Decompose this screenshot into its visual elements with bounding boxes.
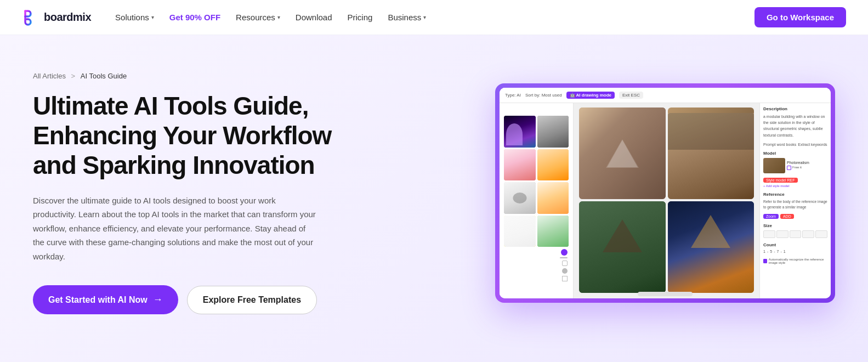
size-input-4[interactable]: [802, 230, 814, 238]
boardmix-logo-icon: [22, 9, 39, 26]
zoom-section: Zoom ADD: [763, 214, 827, 219]
gallery-item[interactable]: [537, 216, 569, 247]
description-value: a modular building with a window on the …: [763, 114, 827, 138]
count-spacer: -: [767, 250, 768, 253]
reference-label: Reference: [763, 192, 827, 197]
mockup-settings-panel: Description a modular building with a wi…: [759, 88, 831, 298]
ai-drawing-mode-badge: 🤖 AI drawing mode: [566, 92, 615, 99]
page-description: Discover the ultimate guide to AI tools …: [33, 194, 318, 264]
count-spacer2: -: [774, 250, 775, 253]
nav-left: boardmix Solutions ▾ Get 90% OFF Resourc…: [22, 8, 433, 26]
count-5[interactable]: 5: [770, 250, 772, 253]
auto-rec-checkbox[interactable]: [763, 259, 767, 263]
explore-templates-button[interactable]: Explore Free Templates: [187, 286, 317, 314]
side-tools: [504, 257, 569, 281]
toolbar-icons: [504, 249, 569, 257]
size-inputs: [763, 230, 827, 238]
mockup-center-panel: [574, 88, 759, 298]
style-model-badge: Style model REF: [763, 178, 798, 183]
model-thumbnail: [763, 158, 785, 173]
breadcrumb: All Articles > AI Tools Guide: [33, 72, 351, 80]
count-1b[interactable]: 1: [784, 250, 786, 253]
app-mockup: Type: AI Sort by: Most used 🤖 AI drawing…: [495, 83, 835, 303]
hero-section: All Articles > AI Tools Guide Ultimate A…: [0, 35, 868, 362]
breadcrumb-parent[interactable]: All Articles: [33, 72, 66, 80]
cta-buttons: Get Started with AI Now → Explore Free T…: [33, 285, 351, 314]
logo[interactable]: boardmix: [22, 9, 91, 26]
size-input-5[interactable]: [815, 230, 827, 238]
gallery-item[interactable]: [504, 149, 536, 181]
prompt-row: Prompt word books Extract keywords: [763, 143, 827, 146]
gallery-item[interactable]: [537, 182, 569, 214]
type-ai-label: Type: AI: [505, 93, 521, 98]
nav-solutions[interactable]: Solutions ▾: [109, 8, 161, 26]
nav-business[interactable]: Business ▾: [381, 8, 433, 26]
size-label: Size: [763, 223, 827, 228]
get-started-button[interactable]: Get Started with AI Now →: [33, 285, 178, 314]
zoom-value: ADD: [780, 214, 794, 219]
arch-image-4: [668, 201, 754, 293]
hero-right: Type: AI Sort by: Most used 🤖 AI drawing…: [451, 83, 835, 303]
mockup-top-bar: Type: AI Sort by: Most used 🤖 AI drawing…: [500, 88, 831, 103]
size-section: Size: [763, 223, 827, 238]
get-started-label: Get Started with AI Now: [48, 295, 147, 305]
count-1[interactable]: 1: [763, 250, 765, 253]
mockup-gallery-panel: All gallery My album: [500, 88, 574, 298]
photorealism-label: Photorealism: [787, 161, 809, 165]
checkbox-row: Free it: [787, 166, 809, 170]
count-7[interactable]: 7: [777, 250, 779, 253]
gallery-item[interactable]: [504, 182, 536, 214]
reference-text: Refer to the body of the reference image…: [763, 199, 827, 210]
navbar: boardmix Solutions ▾ Get 90% OFF Resourc…: [0, 0, 868, 35]
auto-rec-label: Automatically recognize the reference im…: [769, 258, 827, 264]
nav-right: Go to Workspace: [754, 7, 846, 27]
zoom-badge: Zoom: [763, 214, 779, 219]
reference-section: Reference Refer to the body of the refer…: [763, 192, 827, 210]
free-it-label: Free it: [792, 166, 802, 170]
nav-sale[interactable]: Get 90% OFF: [163, 8, 227, 26]
mockup-inner: Type: AI Sort by: Most used 🤖 AI drawing…: [500, 88, 831, 298]
arrow-right-icon: →: [153, 294, 163, 306]
add-style-link[interactable]: + Add style model: [763, 184, 827, 188]
description-label: Description: [763, 106, 827, 111]
breadcrumb-current: AI Tools Guide: [81, 72, 127, 80]
sort-label: Sort by: Most used: [525, 93, 562, 98]
size-input-3[interactable]: [790, 230, 802, 238]
pin-icon: [561, 249, 568, 256]
nav-download[interactable]: Download: [289, 8, 339, 26]
count-section: Count 1 - 5 - 7 - 1: [763, 242, 827, 253]
count-controls: 1 - 5 - 7 - 1: [763, 250, 827, 253]
tool-icon: [562, 261, 568, 266]
logo-text: boardmix: [44, 11, 91, 24]
chevron-down-icon: ▾: [151, 14, 154, 20]
hero-left: All Articles > AI Tools Guide Ultimate A…: [33, 72, 351, 314]
zoom-row: Zoom ADD: [763, 214, 827, 219]
auto-recognize-section: Automatically recognize the reference im…: [763, 258, 827, 264]
gallery-item[interactable]: [504, 116, 536, 148]
gallery-item[interactable]: [537, 149, 569, 181]
go-to-workspace-button[interactable]: Go to Workspace: [754, 7, 846, 27]
nav-pricing[interactable]: Pricing: [341, 8, 379, 26]
gallery-grid: [504, 116, 569, 247]
style-section: Style model REF + Add style model: [763, 178, 827, 188]
scrollbar[interactable]: [638, 292, 693, 296]
arch-image-2: [668, 108, 754, 199]
exit-esc-badge: Exit ESC: [619, 92, 643, 99]
arch-image-1: [579, 108, 666, 199]
prompt-label: Prompt word books: [763, 143, 796, 146]
gallery-item[interactable]: [504, 216, 536, 247]
checkbox[interactable]: [787, 166, 791, 170]
page-title: Ultimate AI Tools Guide, Enhancing Your …: [33, 91, 351, 180]
prompt-section: Prompt word books Extract keywords: [763, 143, 827, 146]
auto-rec-row: Automatically recognize the reference im…: [763, 258, 827, 264]
size-input-1[interactable]: [763, 230, 775, 238]
nav-resources[interactable]: Resources ▾: [229, 8, 287, 26]
tool-icon: [562, 276, 568, 281]
extract-label: Extract keywords: [798, 143, 827, 146]
gallery-item[interactable]: [537, 116, 569, 148]
count-spacer3: -: [780, 250, 781, 253]
nav-links: Solutions ▾ Get 90% OFF Resources ▾ Down…: [109, 8, 433, 26]
model-row: Photorealism Free it: [763, 158, 827, 173]
tool-icon: [562, 268, 568, 274]
size-input-2[interactable]: [776, 230, 788, 238]
